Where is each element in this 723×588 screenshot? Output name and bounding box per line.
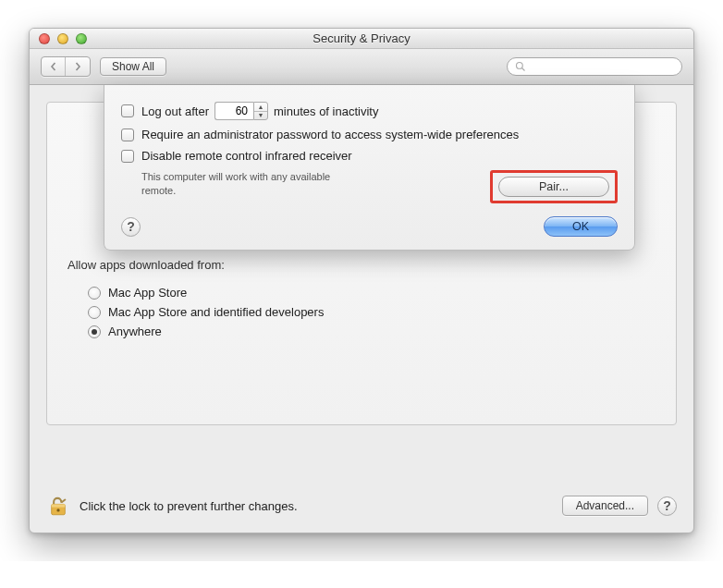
svg-rect-3 [52, 504, 66, 507]
traffic-lights [30, 33, 87, 44]
radio-identified-devs[interactable]: Mac App Store and identified developers [67, 302, 656, 322]
lock-icon[interactable] [46, 494, 70, 518]
ok-button[interactable]: OK [544, 216, 618, 237]
back-button[interactable] [42, 57, 66, 76]
show-all-button[interactable]: Show All [100, 57, 166, 76]
radio-label: Anywhere [108, 325, 162, 338]
forward-button[interactable] [66, 57, 90, 76]
infrared-row[interactable]: Disable remote control infrared receiver [121, 145, 618, 166]
infrared-note: This computer will work with any availab… [121, 170, 343, 198]
download-section-title: Allow apps downloaded from: [67, 258, 656, 272]
svg-point-0 [517, 63, 523, 69]
search-input[interactable] [532, 59, 674, 74]
search-icon [515, 61, 526, 72]
logout-label-after: minutes of inactivity [274, 104, 378, 118]
radio-mac-app-store[interactable]: Mac App Store [67, 283, 656, 302]
window-body: Allow apps downloaded from: Mac App Stor… [30, 85, 693, 483]
svg-line-1 [522, 68, 525, 71]
stepper-down-icon[interactable]: ▼ [254, 112, 267, 120]
prefs-window: Security & Privacy Show All Allow apps d… [29, 28, 694, 533]
window-title: Security & Privacy [30, 31, 693, 45]
stepper-up-icon[interactable]: ▲ [254, 103, 267, 112]
chevron-left-icon [49, 62, 58, 71]
help-button-footer[interactable]: ? [657, 496, 677, 516]
checkbox-icon[interactable] [121, 104, 134, 117]
checkbox-icon[interactable] [121, 129, 134, 141]
chevron-right-icon [73, 62, 82, 71]
radio-icon [88, 306, 101, 319]
logout-minutes-field[interactable]: ▲ ▼ [214, 102, 268, 120]
minutes-stepper[interactable]: ▲ ▼ [253, 102, 268, 120]
footer: Click the lock to prevent further change… [30, 483, 693, 533]
radio-label: Mac App Store and identified developers [108, 305, 324, 319]
radio-anywhere[interactable]: Anywhere [67, 322, 656, 341]
pair-highlight: Pair... [490, 170, 618, 203]
admin-label: Require an administrator password to acc… [141, 128, 519, 141]
lock-text: Click the lock to prevent further change… [80, 499, 298, 513]
infrared-label: Disable remote control infrared receiver [141, 149, 352, 163]
pair-button[interactable]: Pair... [498, 177, 609, 197]
radio-icon [88, 325, 101, 338]
radio-label: Mac App Store [108, 286, 187, 300]
nav-segmented [41, 56, 91, 77]
help-button[interactable]: ? [121, 217, 141, 237]
zoom-icon[interactable] [76, 33, 87, 44]
radio-icon [88, 287, 101, 300]
logout-label-before: Log out after [141, 104, 209, 118]
admin-row[interactable]: Require an administrator password to acc… [121, 124, 618, 145]
minimize-icon[interactable] [57, 33, 68, 44]
close-icon[interactable] [39, 33, 50, 44]
search-field[interactable] [507, 57, 682, 76]
toolbar: Show All [30, 49, 693, 85]
logout-minutes-input[interactable] [214, 102, 253, 120]
advanced-button[interactable]: Advanced... [562, 496, 648, 516]
checkbox-icon[interactable] [121, 150, 134, 163]
svg-point-4 [56, 508, 59, 511]
titlebar: Security & Privacy [30, 29, 693, 49]
logout-row[interactable]: Log out after ▲ ▼ minutes of inactivity [121, 98, 618, 124]
advanced-sheet: Log out after ▲ ▼ minutes of inactivity … [104, 85, 635, 251]
